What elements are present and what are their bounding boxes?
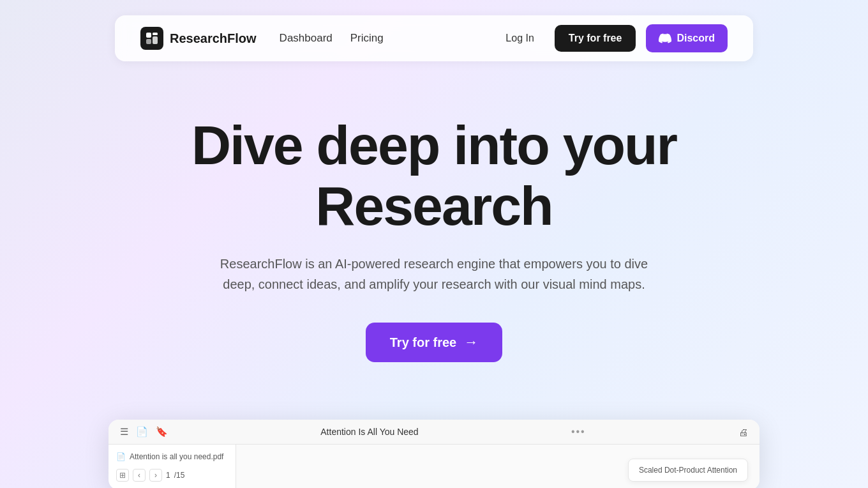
- navbar-left: ResearchFlow Dashboard Pricing: [140, 27, 384, 50]
- hero-subtitle: ResearchFlow is an AI-powered research e…: [217, 254, 651, 294]
- discord-button[interactable]: Discord: [646, 24, 728, 52]
- nav-pricing[interactable]: Pricing: [350, 32, 384, 45]
- prev-page-button[interactable]: ‹: [133, 469, 146, 482]
- discord-icon: [659, 32, 671, 45]
- bookmark-icon: 🔖: [156, 426, 168, 438]
- preview-sidebar: 📄 Attention is all you need.pdf ⊞ ‹ › 1 …: [108, 445, 236, 488]
- discord-label: Discord: [677, 33, 715, 44]
- preview-main: Scaled Dot-Product Attention: [236, 445, 760, 488]
- navbar: ResearchFlow Dashboard Pricing Log In Tr…: [115, 15, 753, 61]
- logo-icon: [140, 27, 163, 50]
- svg-rect-2: [146, 39, 151, 44]
- preview-body: 📄 Attention is all you need.pdf ⊞ ‹ › 1 …: [108, 445, 760, 488]
- logo-link[interactable]: ResearchFlow: [140, 27, 257, 50]
- svg-rect-0: [146, 33, 151, 38]
- preview-print-icon[interactable]: 🖨: [738, 427, 748, 438]
- preview-title: Attention Is All You Need: [320, 427, 418, 437]
- svg-rect-1: [153, 33, 158, 35]
- svg-rect-3: [153, 36, 158, 44]
- hero-cta-button[interactable]: Try for free →: [366, 323, 502, 362]
- navbar-right: Log In Try for free Discord: [495, 24, 728, 52]
- hero-title: Dive deep into your Research: [83, 115, 785, 236]
- login-button[interactable]: Log In: [495, 27, 544, 49]
- logo-text: ResearchFlow: [170, 31, 257, 46]
- nav-links: Dashboard Pricing: [280, 32, 384, 45]
- preview-toolbar-left: ☰ 📄 🔖: [120, 426, 168, 438]
- try-free-nav-button[interactable]: Try for free: [555, 25, 636, 52]
- preview-card: Scaled Dot-Product Attention: [628, 459, 748, 482]
- file-name: Attention is all you need.pdf: [130, 452, 223, 461]
- file-icon: 📄: [116, 452, 126, 461]
- preview-file-item: 📄 Attention is all you need.pdf: [116, 452, 228, 461]
- preview-header: ☰ 📄 🔖 Attention Is All You Need ••• 🖨: [108, 420, 760, 445]
- preview-sidebar-controls: ⊞ ‹ › 1 /15: [116, 469, 228, 482]
- page-total: /15: [174, 471, 185, 480]
- arrow-icon: →: [464, 334, 478, 351]
- logo-svg: [145, 31, 159, 45]
- nav-dashboard[interactable]: Dashboard: [280, 32, 333, 45]
- menu-icon: ☰: [120, 426, 128, 438]
- next-page-button[interactable]: ›: [149, 469, 162, 482]
- preview-more-icon[interactable]: •••: [571, 426, 586, 438]
- page-current: 1: [166, 471, 170, 480]
- app-preview: ☰ 📄 🔖 Attention Is All You Need ••• 🖨 📄 …: [108, 420, 760, 488]
- card-label: Scaled Dot-Product Attention: [639, 466, 737, 475]
- hero-cta-label: Try for free: [390, 335, 456, 350]
- hero-section: Dive deep into your Research ResearchFlo…: [0, 77, 868, 388]
- fit-page-button[interactable]: ⊞: [116, 469, 129, 482]
- doc-icon: 📄: [136, 426, 148, 438]
